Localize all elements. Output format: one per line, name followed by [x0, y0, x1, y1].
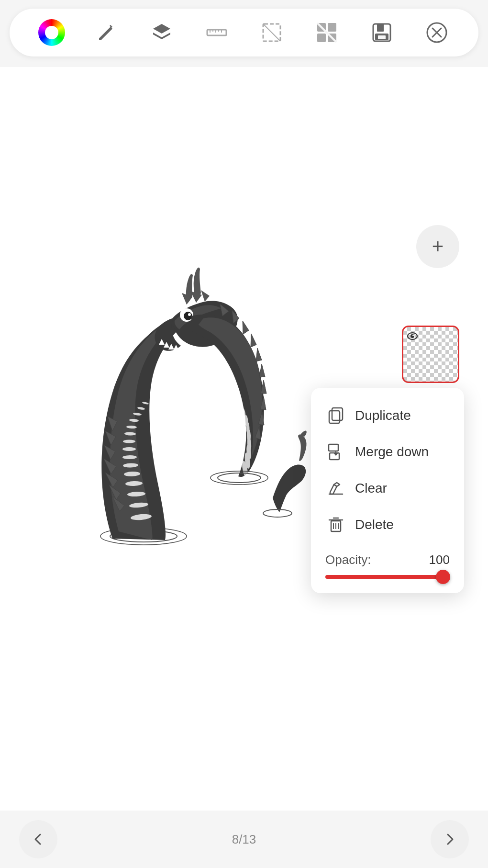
close-button[interactable]	[422, 18, 451, 47]
duplicate-menu-item[interactable]: Duplicate	[325, 397, 450, 434]
bottom-navigation: 8/13	[0, 811, 488, 868]
dragon-svg	[38, 235, 325, 570]
grid-icon	[315, 21, 338, 44]
svg-point-79	[263, 509, 292, 517]
svg-point-75	[235, 396, 240, 406]
selection-button[interactable]	[257, 18, 286, 47]
pencil-button[interactable]	[92, 18, 121, 47]
next-page-button[interactable]	[431, 820, 469, 858]
layer-visibility-eye[interactable]	[406, 330, 419, 342]
ruler-icon	[205, 21, 228, 44]
pencil-icon	[95, 21, 118, 44]
svg-rect-16	[377, 24, 384, 32]
svg-point-82	[412, 335, 414, 336]
ruler-button[interactable]	[202, 18, 231, 47]
opacity-section: Opacity: 100	[325, 548, 450, 579]
clear-menu-item[interactable]: Clear	[325, 470, 450, 507]
duplicate-icon	[325, 405, 346, 426]
opacity-slider[interactable]	[325, 575, 450, 579]
svg-rect-84	[332, 408, 343, 420]
opacity-slider-fill	[325, 575, 450, 579]
context-menu: Duplicate Merge down Clear	[311, 388, 464, 593]
selection-icon	[260, 21, 283, 44]
svg-rect-85	[329, 444, 338, 451]
layer-thumbnail[interactable]	[402, 326, 459, 383]
color-wheel-button[interactable]	[37, 18, 66, 47]
delete-icon	[325, 514, 346, 535]
merge-down-menu-item[interactable]: Merge down	[325, 434, 450, 470]
clear-icon	[325, 478, 346, 499]
close-icon	[425, 21, 448, 44]
layers-button[interactable]	[147, 18, 176, 47]
svg-marker-0	[153, 24, 170, 34]
plus-icon: +	[432, 235, 444, 258]
opacity-value: 100	[429, 552, 450, 567]
duplicate-label: Duplicate	[355, 408, 411, 423]
svg-rect-11	[328, 23, 336, 32]
eye-icon	[407, 332, 418, 340]
svg-marker-58	[243, 321, 249, 334]
svg-point-76	[231, 391, 235, 399]
dragon-illustration	[38, 235, 325, 570]
svg-point-31	[122, 447, 136, 451]
layers-icon	[150, 21, 173, 44]
save-button[interactable]	[367, 18, 396, 47]
svg-marker-60	[256, 348, 262, 361]
svg-rect-18	[378, 35, 386, 39]
opacity-label: Opacity:	[325, 552, 371, 567]
chevron-left-icon	[32, 833, 45, 846]
merge-down-icon	[325, 441, 346, 462]
delete-menu-item[interactable]: Delete	[325, 507, 450, 543]
svg-rect-12	[317, 34, 326, 42]
svg-point-52	[188, 313, 191, 316]
svg-marker-1	[153, 33, 170, 39]
svg-point-81	[410, 334, 414, 338]
svg-marker-59	[251, 334, 256, 347]
delete-label: Delete	[355, 517, 394, 532]
chevron-right-icon	[443, 833, 456, 846]
page-indicator: 8/13	[232, 832, 256, 847]
prev-page-button[interactable]	[19, 820, 57, 858]
color-wheel-icon	[38, 19, 65, 46]
svg-point-32	[123, 440, 135, 443]
save-icon	[370, 21, 393, 44]
svg-marker-61	[259, 364, 265, 377]
clear-label: Clear	[355, 481, 387, 496]
merge-down-label: Merge down	[355, 444, 429, 460]
grid-button[interactable]	[312, 18, 341, 47]
opacity-slider-thumb[interactable]	[436, 570, 450, 584]
toolbar	[10, 9, 478, 56]
add-layer-button[interactable]: +	[416, 225, 459, 268]
svg-line-9	[263, 24, 280, 41]
svg-marker-55	[201, 290, 210, 302]
svg-point-51	[184, 312, 192, 320]
svg-rect-83	[329, 411, 340, 423]
